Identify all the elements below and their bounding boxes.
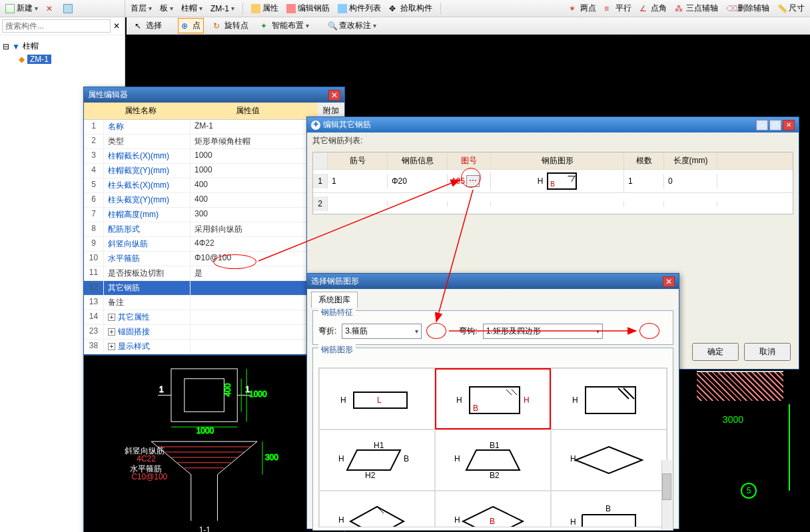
rebar-shape-group: 钢筋图形 HL HBH H H1BH2H B1B2H H H — [312, 348, 673, 531]
property-header: 属性名称 属性值 附加 — [84, 103, 344, 120]
search-input[interactable] — [2, 19, 111, 33]
property-row[interactable]: 23+锚固搭接 — [84, 325, 344, 340]
shape-option-selected[interactable]: HBH — [435, 368, 551, 429]
dimension-button[interactable]: 📏尺寸 — [775, 1, 807, 15]
level-dropdown[interactable]: 首层▾ — [128, 1, 155, 15]
copy-button[interactable] — [61, 3, 75, 15]
close-button[interactable]: ✕ — [663, 276, 675, 287]
svg-text:B: B — [404, 454, 409, 463]
svg-marker-54 — [576, 447, 642, 473]
svg-text:1: 1 — [159, 385, 164, 394]
property-row[interactable]: 14+其它属性 — [84, 310, 344, 325]
shape-option[interactable]: H — [551, 429, 667, 491]
svg-text:B2: B2 — [490, 471, 500, 480]
svg-text:H: H — [572, 396, 578, 405]
property-row[interactable]: 3柱帽截长(X)(mm)1000 — [84, 149, 344, 164]
delete-aux-button[interactable]: ⌫删除辅轴 — [723, 1, 772, 15]
shape-grid: HL HBH H H1BH2H B1B2H H H HB — [318, 368, 667, 527]
component-list-button[interactable]: 构件列表 — [335, 1, 384, 15]
chevron-down-icon: ▾ — [415, 328, 418, 335]
scrollbar-thumb[interactable] — [662, 473, 671, 500]
property-row[interactable]: 2类型矩形单倾角柱帽 — [84, 134, 344, 149]
type-dropdown[interactable]: 柱帽▾ — [179, 1, 205, 15]
cancel-button[interactable]: 取消 — [744, 343, 791, 361]
tab-bar: 系统图库 — [311, 292, 675, 308]
rotate-point-button[interactable]: ↻旋转点 — [210, 19, 251, 33]
h-label: H — [538, 176, 544, 186]
property-row[interactable]: 7柱帽高度(mm)300 — [84, 208, 344, 222]
table-row[interactable]: 2 — [313, 192, 793, 214]
property-row[interactable]: 11是否按板边切割是 — [84, 266, 344, 281]
svg-text:H: H — [454, 515, 460, 525]
second-toolbar: ↖选择 ⊕点 ↻旋转点 ✦智能布置▾ 🔍查改标注▾ — [127, 17, 810, 35]
tree-child[interactable]: ◆ ZM-1 — [3, 53, 122, 65]
twopoint-icon: ✶ — [569, 4, 578, 13]
delete-button[interactable]: ✕ — [43, 3, 58, 15]
shape-option[interactable]: H — [551, 368, 667, 429]
table-row[interactable]: 1 1 Φ20 195 ⋯ H B 1 0 — [313, 169, 793, 192]
minimize-button[interactable]: — — [756, 120, 768, 131]
svg-line-37 — [506, 390, 512, 395]
threepoint-button[interactable]: ⁂三点辅轴 — [672, 1, 721, 15]
shape-option[interactable]: B1B2H — [435, 429, 551, 491]
property-row[interactable]: 6柱头截宽(Y)(mm)400 — [84, 193, 344, 208]
new-dropdown-button[interactable]: 新建 ▾ — [3, 1, 41, 15]
property-row[interactable]: 8配筋形式采用斜向纵筋 — [84, 222, 344, 237]
svg-text:H: H — [338, 454, 344, 463]
new-icon — [5, 4, 15, 13]
component-dropdown[interactable]: ZM-1▾ — [208, 3, 237, 15]
svg-text:300: 300 — [265, 453, 278, 462]
twopoint-button[interactable]: ✶两点 — [566, 1, 599, 15]
property-row[interactable]: 10水平箍筋Φ10@100 — [84, 252, 344, 266]
property-row[interactable]: 5柱头截长(X)(mm)400 — [84, 178, 344, 193]
search-clear-button[interactable]: ✕ — [111, 20, 123, 32]
tree-root-label: 柱帽 — [23, 41, 39, 52]
tree-root[interactable]: ⊟ ▼ 柱帽 — [3, 39, 122, 53]
pick-button[interactable]: ✥拾取构件 — [386, 1, 435, 15]
copy-icon — [63, 4, 73, 13]
ok-button[interactable]: 确定 — [692, 343, 739, 361]
select-button[interactable]: ↖选择 — [132, 19, 165, 33]
dialog-titlebar[interactable]: 属性编辑器 ✕ — [84, 87, 344, 103]
annotate-button[interactable]: 🔍查改标注▾ — [325, 19, 379, 33]
hook-dropdown[interactable]: 1.矩形及四边形▾ — [483, 324, 603, 339]
edit-rebar-button[interactable]: 编辑钢筋 — [284, 1, 332, 15]
property-row[interactable]: 12其它钢筋 — [84, 281, 344, 296]
svg-text:C10@100: C10@100 — [131, 472, 167, 481]
category-dropdown[interactable]: 板▾ — [157, 1, 176, 15]
parallel-button[interactable]: ≡平行 — [602, 1, 634, 15]
pointangle-button[interactable]: ∠点角 — [637, 1, 669, 15]
property-row[interactable]: 9斜竖向纵筋4Φ22 — [84, 237, 344, 252]
property-row[interactable]: 1名称ZM-1 — [84, 120, 344, 134]
preview-pane: 11 1000 400 1000 斜竖向纵筋 4C22 — [84, 354, 344, 532]
shape-option[interactable]: H — [319, 491, 435, 527]
tab-system-library[interactable]: 系统图库 — [311, 292, 358, 308]
magnifier-icon: 🔍 — [328, 21, 337, 31]
dimension-line — [789, 404, 790, 491]
tree-child-label: ZM-1 — [27, 55, 51, 64]
maximize-button[interactable]: □ — [769, 120, 781, 131]
dialog-buttons: 确定 取消 — [692, 343, 791, 361]
property-row[interactable]: 13备注 — [84, 296, 344, 310]
shape-option[interactable]: HB — [435, 491, 551, 527]
hatch-region — [697, 371, 783, 401]
shape-option[interactable]: BH — [551, 491, 667, 527]
dialog-titlebar[interactable]: 选择钢筋图形 ✕ — [307, 274, 679, 289]
smart-layout-button[interactable]: ✦智能布置▾ — [258, 19, 312, 33]
property-row[interactable]: 4柱帽截宽(Y)(mm)1000 — [84, 164, 344, 178]
property-button[interactable]: 属性 — [248, 1, 281, 15]
dialog-titlebar[interactable]: ✚编辑其它钢筋 — □ ✕ — [307, 117, 799, 133]
point-button[interactable]: ⊕点 — [178, 18, 204, 33]
chevron-down-icon: ▾ — [35, 5, 38, 12]
scrollbar[interactable] — [661, 460, 672, 529]
property-row[interactable]: 38+显示样式 — [84, 340, 344, 354]
browse-shape-button[interactable]: ⋯ — [466, 175, 480, 187]
bend-dropdown[interactable]: 3.箍筋▾ — [342, 324, 422, 339]
property-icon — [251, 4, 260, 13]
shape-option[interactable]: HL — [319, 368, 435, 429]
svg-text:H1: H1 — [374, 441, 384, 450]
close-button[interactable]: ✕ — [328, 90, 340, 101]
svg-rect-5 — [185, 379, 224, 412]
shape-option[interactable]: H1BH2H — [319, 429, 435, 491]
close-button[interactable]: ✕ — [783, 120, 795, 131]
